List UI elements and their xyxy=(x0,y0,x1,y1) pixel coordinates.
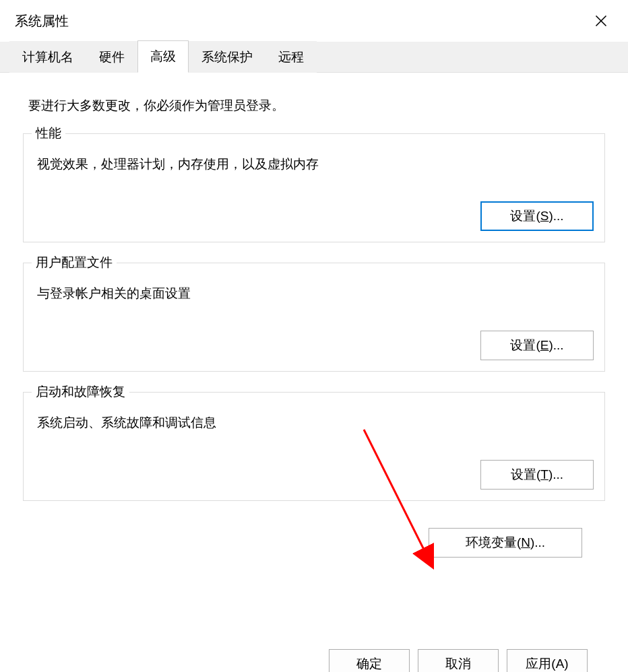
button-hotkey: E xyxy=(540,338,549,353)
button-label-suffix: )... xyxy=(548,209,563,224)
group-legend: 启动和故障恢复 xyxy=(32,383,129,401)
button-hotkey: T xyxy=(540,467,548,482)
button-hotkey: S xyxy=(540,209,549,224)
button-label-suffix: )... xyxy=(548,338,563,353)
group-button-row: 设置(T)... xyxy=(37,460,594,490)
button-label-prefix: 设置( xyxy=(510,337,540,354)
titlebar: 系统属性 xyxy=(0,0,628,38)
tab-computer-name[interactable]: 计算机名 xyxy=(9,41,86,73)
button-label-prefix: 设置( xyxy=(510,207,540,225)
tab-advanced[interactable]: 高级 xyxy=(137,40,189,73)
tab-label: 高级 xyxy=(150,49,176,63)
dialog-footer-buttons: 确定 取消 应用(A) xyxy=(329,649,588,672)
group-button-row: 设置(E)... xyxy=(37,331,594,360)
group-legend: 用户配置文件 xyxy=(32,254,117,271)
admin-notice: 要进行大多数更改，你必须作为管理员登录。 xyxy=(28,97,605,114)
group-description: 系统启动、系统故障和调试信息 xyxy=(37,414,594,432)
apply-button[interactable]: 应用(A) xyxy=(507,649,588,672)
group-performance: 性能 视觉效果，处理器计划，内存使用，以及虚拟内存 设置(S)... xyxy=(23,133,605,242)
close-icon xyxy=(594,14,608,28)
tab-hardware[interactable]: 硬件 xyxy=(86,41,137,73)
startup-settings-button[interactable]: 设置(T)... xyxy=(480,460,594,490)
button-label-suffix: )... xyxy=(530,535,545,550)
environment-variables-button[interactable]: 环境变量(N)... xyxy=(429,528,582,558)
button-label-prefix: 设置( xyxy=(511,466,540,483)
group-legend: 性能 xyxy=(32,125,65,142)
tab-label: 系统保护 xyxy=(201,50,253,64)
group-description: 与登录帐户相关的桌面设置 xyxy=(37,285,594,302)
group-user-profile: 用户配置文件 与登录帐户相关的桌面设置 设置(E)... xyxy=(23,263,605,372)
tab-control: 计算机名 硬件 高级 系统保护 远程 要进行大多数更改，你必须作为管理员登录。 … xyxy=(0,42,628,571)
group-button-row: 设置(S)... xyxy=(37,201,594,231)
tab-label: 远程 xyxy=(278,50,304,64)
tab-label: 计算机名 xyxy=(22,50,73,64)
performance-settings-button[interactable]: 设置(S)... xyxy=(480,201,594,231)
group-description: 视觉效果，处理器计划，内存使用，以及虚拟内存 xyxy=(37,156,594,173)
tab-strip: 计算机名 硬件 高级 系统保护 远程 xyxy=(0,42,628,73)
group-startup-recovery: 启动和故障恢复 系统启动、系统故障和调试信息 设置(T)... xyxy=(23,392,605,501)
button-hotkey: N xyxy=(521,535,530,550)
env-row: 环境变量(N)... xyxy=(23,528,605,558)
userprofile-settings-button[interactable]: 设置(E)... xyxy=(480,331,594,360)
close-button[interactable] xyxy=(588,7,615,34)
ok-button[interactable]: 确定 xyxy=(329,649,410,672)
button-label-suffix: )... xyxy=(548,467,563,482)
window-title: 系统属性 xyxy=(15,12,69,30)
button-label: 确定 xyxy=(356,655,382,672)
button-label: 应用(A) xyxy=(526,655,568,672)
button-label-prefix: 环境变量( xyxy=(466,534,521,551)
tab-label: 硬件 xyxy=(99,50,125,64)
tab-system-protection[interactable]: 系统保护 xyxy=(189,41,265,73)
tab-remote[interactable]: 远程 xyxy=(265,41,317,73)
cancel-button[interactable]: 取消 xyxy=(418,649,499,672)
button-label: 取消 xyxy=(445,655,471,672)
tab-panel-advanced: 要进行大多数更改，你必须作为管理员登录。 性能 视觉效果，处理器计划，内存使用，… xyxy=(0,73,628,571)
